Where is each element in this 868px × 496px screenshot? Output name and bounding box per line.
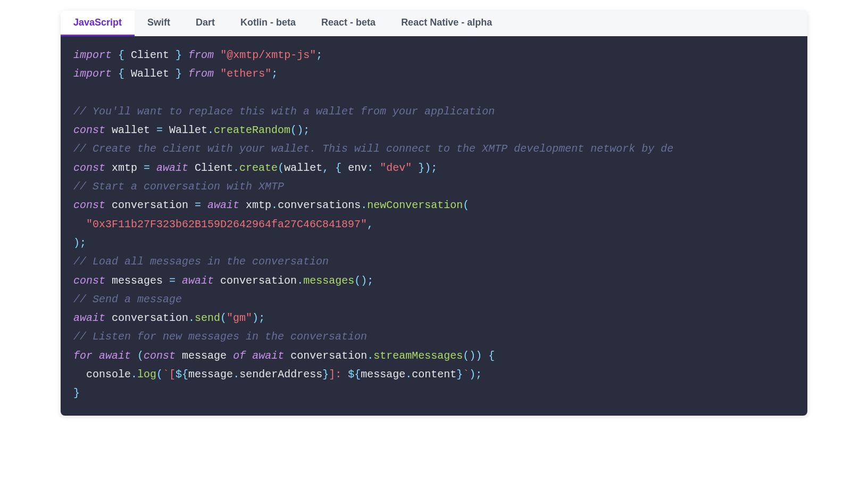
code-line: console.log(`[${message.senderAddress}]:… [73, 368, 482, 381]
tab-react-beta[interactable]: React - beta [308, 11, 388, 36]
code-token [93, 350, 99, 362]
code-token: : [367, 162, 373, 174]
code-token: message [361, 368, 405, 381]
code-token: // Listen for new messages in the conver… [73, 330, 367, 343]
code-token: of [233, 350, 246, 362]
code-token [214, 68, 220, 80]
code-line: // Load all messages in the conversation [73, 255, 329, 268]
code-line: } [73, 387, 80, 399]
code-token: ; [316, 49, 322, 61]
code-token: for [73, 350, 93, 362]
code-token: conversation [214, 275, 297, 287]
code-token: ( [220, 312, 227, 324]
code-line: "0x3F11b27F323b62B159D2642964fa27C46C841… [73, 218, 373, 230]
code-block: import { Client } from "@xmtp/xmtp-js"; … [73, 46, 795, 403]
code-token: ) [297, 124, 303, 136]
code-token: conversation [105, 312, 188, 324]
tab-swift[interactable]: Swift [135, 11, 183, 36]
code-token: senderAddress [239, 368, 322, 381]
code-line: const messages = await conversation.mess… [73, 275, 373, 287]
code-token: // Send a message [73, 293, 182, 305]
code-token: . [233, 162, 239, 174]
code-token: = [156, 124, 163, 136]
code-token [131, 350, 137, 362]
code-token: streamMessages [373, 350, 463, 362]
code-token: . [207, 124, 214, 136]
code-line: const xmtp = await Client.create(wallet,… [73, 162, 437, 174]
code-line: const conversation = await xmtp.conversa… [73, 199, 469, 211]
code-token: . [131, 368, 137, 381]
code-token [373, 162, 380, 174]
code-token: send [195, 312, 220, 324]
code-token: = [195, 199, 201, 211]
code-token: ( [278, 162, 284, 174]
code-token: message [176, 350, 233, 362]
code-token: await [252, 350, 284, 362]
code-line: ); [73, 237, 86, 249]
code-token: "dev" [380, 162, 412, 174]
code-token: = [169, 275, 176, 287]
code-token: } [322, 368, 329, 381]
code-token: ( [156, 368, 163, 381]
tab-javascript[interactable]: JavaScript [61, 11, 135, 36]
code-token: . [271, 199, 278, 211]
code-token: conversation [105, 199, 195, 211]
code-token: ( [290, 124, 297, 136]
code-token: { [118, 68, 124, 80]
code-token: from [188, 49, 214, 61]
code-line: import { Client } from "@xmtp/xmtp-js"; [73, 49, 322, 61]
code-token: messages [105, 275, 169, 287]
code-token: xmtp [239, 199, 271, 211]
code-line: // Send a message [73, 293, 182, 305]
code-token: } [418, 162, 424, 174]
code-token: ${ [176, 368, 188, 381]
code-token: . [361, 199, 367, 211]
tab-dart[interactable]: Dart [183, 11, 228, 36]
code-token: message [188, 368, 233, 381]
code-token: env [341, 162, 367, 174]
code-token: await [73, 312, 105, 324]
code-token: ) [475, 350, 482, 362]
code-token: ; [303, 124, 310, 136]
code-area: import { Client } from "@xmtp/xmtp-js"; … [61, 36, 807, 416]
code-token: ) [252, 312, 258, 324]
code-token: `[ [163, 368, 176, 381]
code-token [329, 162, 335, 174]
code-token: const [73, 124, 105, 136]
code-token [150, 162, 156, 174]
code-token [201, 199, 207, 211]
code-token: xmtp [105, 162, 144, 174]
code-token: Wallet [163, 124, 207, 136]
tab-react-native-alpha[interactable]: React Native - alpha [388, 11, 505, 36]
code-token: ( [463, 350, 469, 362]
code-token: { [488, 350, 495, 362]
code-token: . [233, 368, 239, 381]
code-token: ) [73, 237, 80, 249]
code-token: newConversation [367, 199, 463, 211]
code-token: . [367, 350, 373, 362]
code-token: ; [475, 368, 482, 381]
code-token: conversations [278, 199, 361, 211]
code-token: log [137, 368, 156, 381]
code-token: content [412, 368, 456, 381]
code-token: ; [431, 162, 437, 174]
code-token: "@xmtp/xmtp-js" [220, 49, 316, 61]
code-token: ) [469, 368, 475, 381]
code-token: ; [271, 68, 278, 80]
code-token: } [176, 68, 182, 80]
code-token: ) [361, 275, 367, 287]
code-token: // Create the client with your wallet. T… [73, 143, 673, 155]
code-token: ( [137, 350, 144, 362]
code-token: createRandom [214, 124, 290, 136]
code-token: "gm" [227, 312, 252, 324]
code-token [73, 218, 86, 230]
code-token: } [176, 49, 182, 61]
code-token [182, 68, 188, 80]
code-token: // You'll want to replace this with a wa… [73, 105, 495, 118]
code-token: { [118, 49, 124, 61]
code-token: const [144, 350, 176, 362]
code-token: Client [124, 49, 176, 61]
tab-kotlin-beta[interactable]: Kotlin - beta [228, 11, 308, 36]
code-token: ; [80, 237, 86, 249]
code-token [246, 350, 252, 362]
